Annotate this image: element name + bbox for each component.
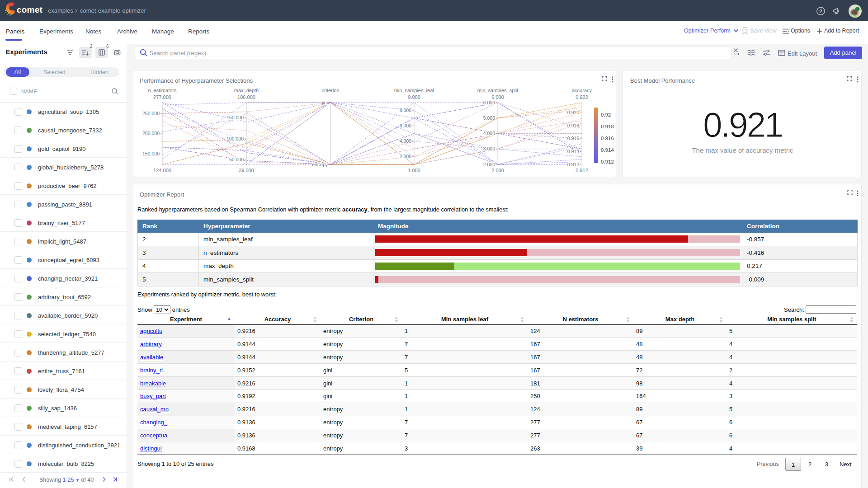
svg-text:4.000: 4.000 [483,131,495,136]
svg-text:6.000: 6.000 [483,100,495,105]
svg-text:0.92: 0.92 [601,112,611,117]
svg-text:4.000: 4.000 [400,138,411,144]
svg-text:200.000: 200.000 [142,131,160,136]
svg-text:250.000: 250.000 [142,111,160,116]
svg-text:277.000: 277.000 [153,94,171,100]
svg-text:0.918: 0.918 [601,124,614,129]
svg-text:0.922: 0.922 [576,94,588,100]
svg-text:entropy: entropy [312,162,328,167]
svg-text:100.000: 100.000 [226,136,244,141]
svg-text:0.920: 0.920 [567,110,579,115]
svg-text:accuracy: accuracy [572,88,592,93]
svg-text:186.000: 186.000 [237,94,255,100]
svg-text:5.000: 5.000 [483,115,495,121]
svg-text:n_estimators: n_estimators [148,88,177,93]
svg-text:criterion: criterion [321,88,339,93]
svg-text:?: ? [819,9,822,14]
svg-text:0.914: 0.914 [567,149,579,154]
svg-text:2.000: 2.000 [483,162,495,167]
svg-text:3.000: 3.000 [483,146,495,151]
svg-text:124.000: 124.000 [153,168,171,173]
svg-text:0.916: 0.916 [567,136,579,141]
svg-text:max_depth: max_depth [234,88,259,93]
svg-text:8.000: 8.000 [400,108,411,113]
svg-text:min_samples_split: min_samples_split [477,88,518,93]
svg-text:39.000: 39.000 [239,168,254,173]
svg-text:0.912: 0.912 [576,168,588,173]
svg-text:6.000: 6.000 [491,94,504,100]
svg-text:gini: gini [321,100,328,105]
svg-text:min_samples_leaf: min_samples_leaf [394,88,435,93]
svg-text:6.000: 6.000 [400,123,411,128]
svg-text:0.912: 0.912 [567,162,579,167]
svg-text:1.000: 1.000 [408,168,420,173]
svg-text:0.912: 0.912 [601,159,614,164]
svg-text:150.000: 150.000 [226,115,244,120]
svg-text:150.000: 150.000 [142,151,160,156]
svg-text:2.000: 2.000 [491,168,504,173]
svg-text:2.000: 2.000 [400,154,411,159]
svg-text:50.000: 50.000 [229,157,244,162]
svg-text:0.918: 0.918 [567,123,579,128]
svg-text:0.916: 0.916 [601,136,614,141]
svg-text:0.914: 0.914 [601,147,614,153]
svg-text:9.000: 9.000 [408,94,420,100]
